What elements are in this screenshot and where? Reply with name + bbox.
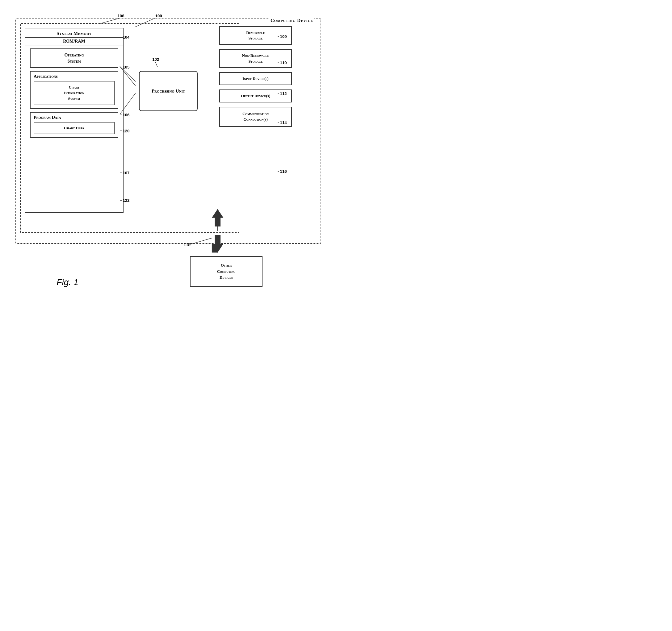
chart-integration-label: Chart Integration System [36, 84, 113, 102]
other-devices-label: Other Computing Devices [192, 262, 260, 280]
diagram-container: Computing Device System Memory ROM/RAM O… [6, 6, 330, 302]
ref-100: 100 [155, 14, 162, 18]
processing-unit-label: Processing Unit [152, 88, 185, 95]
input-devices-box: Input Device(s) [219, 72, 292, 85]
removable-storage-label: Removable Storage [221, 30, 290, 41]
rom-ram-label: ROM/RAM [25, 37, 123, 45]
communication-connections-box: Communication Connection(s) [219, 107, 292, 127]
output-devices-label: Output Device(s) [221, 93, 290, 99]
system-memory-box: System Memory ROM/RAM Operating System A… [25, 28, 123, 213]
non-removable-storage-label: Non-Removable Storage [221, 53, 290, 64]
chart-data-box: Chart Data [34, 122, 115, 134]
chart-data-label: Chart Data [36, 126, 113, 130]
os-label: Operating System [32, 52, 116, 64]
system-memory-label: System Memory [25, 28, 123, 37]
non-removable-storage-box: Non-Removable Storage [219, 49, 292, 68]
fig-label: Fig. 1 [56, 277, 78, 287]
chart-integration-box: Chart Integration System [34, 81, 115, 105]
ref-108: 108 [118, 14, 124, 18]
applications-outer: Applications Chart Integration System [30, 71, 118, 109]
other-devices-box: Other Computing Devices [190, 256, 263, 287]
output-devices-box: Output Device(s) [219, 90, 292, 102]
right-column: Removable Storage Non-Removable Storage … [219, 26, 292, 127]
removable-storage-box: Removable Storage [219, 26, 292, 45]
program-data-label: Program Data [34, 115, 115, 120]
processing-unit-box: Processing Unit [139, 71, 198, 111]
computing-device-label: Computing Device [269, 18, 314, 23]
input-devices-label: Input Device(s) [221, 76, 290, 81]
os-box: Operating System [30, 48, 118, 68]
program-data-outer: Program Data Chart Data [30, 112, 118, 138]
communication-connections-label: Communication Connection(s) [221, 111, 290, 122]
applications-label: Applications [34, 74, 115, 79]
